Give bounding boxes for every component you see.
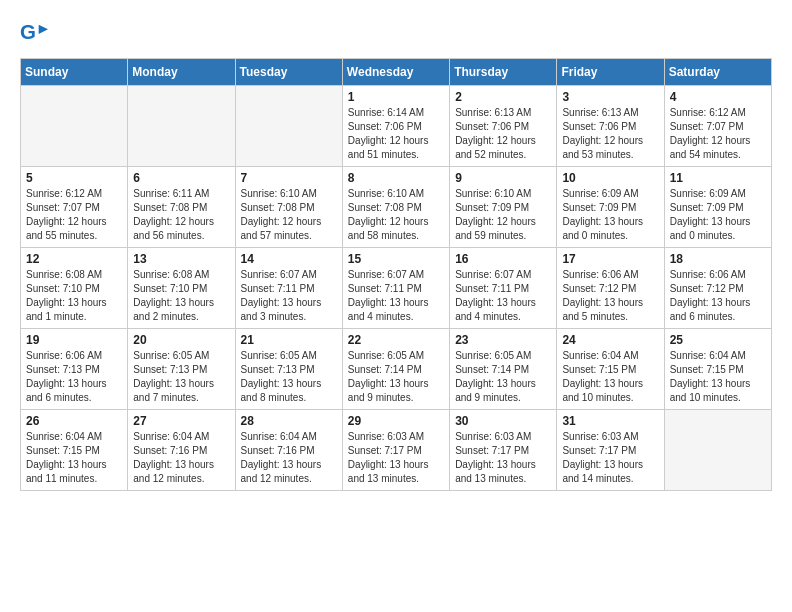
- calendar-cell: 23Sunrise: 6:05 AM Sunset: 7:14 PM Dayli…: [450, 329, 557, 410]
- day-info: Sunrise: 6:14 AM Sunset: 7:06 PM Dayligh…: [348, 106, 444, 162]
- day-info: Sunrise: 6:03 AM Sunset: 7:17 PM Dayligh…: [455, 430, 551, 486]
- day-number: 18: [670, 252, 766, 266]
- calendar-cell: 20Sunrise: 6:05 AM Sunset: 7:13 PM Dayli…: [128, 329, 235, 410]
- col-header-monday: Monday: [128, 59, 235, 86]
- day-info: Sunrise: 6:04 AM Sunset: 7:16 PM Dayligh…: [133, 430, 229, 486]
- day-number: 17: [562, 252, 658, 266]
- calendar-cell: [235, 86, 342, 167]
- day-info: Sunrise: 6:12 AM Sunset: 7:07 PM Dayligh…: [26, 187, 122, 243]
- calendar-cell: 8Sunrise: 6:10 AM Sunset: 7:08 PM Daylig…: [342, 167, 449, 248]
- calendar-cell: 24Sunrise: 6:04 AM Sunset: 7:15 PM Dayli…: [557, 329, 664, 410]
- calendar-cell: 3Sunrise: 6:13 AM Sunset: 7:06 PM Daylig…: [557, 86, 664, 167]
- calendar-cell: 26Sunrise: 6:04 AM Sunset: 7:15 PM Dayli…: [21, 410, 128, 491]
- calendar-cell: 1Sunrise: 6:14 AM Sunset: 7:06 PM Daylig…: [342, 86, 449, 167]
- day-info: Sunrise: 6:10 AM Sunset: 7:09 PM Dayligh…: [455, 187, 551, 243]
- day-info: Sunrise: 6:09 AM Sunset: 7:09 PM Dayligh…: [670, 187, 766, 243]
- day-number: 20: [133, 333, 229, 347]
- calendar-cell: 11Sunrise: 6:09 AM Sunset: 7:09 PM Dayli…: [664, 167, 771, 248]
- col-header-wednesday: Wednesday: [342, 59, 449, 86]
- week-row-2: 5Sunrise: 6:12 AM Sunset: 7:07 PM Daylig…: [21, 167, 772, 248]
- day-info: Sunrise: 6:03 AM Sunset: 7:17 PM Dayligh…: [562, 430, 658, 486]
- week-row-1: 1Sunrise: 6:14 AM Sunset: 7:06 PM Daylig…: [21, 86, 772, 167]
- logo-icon: G: [20, 20, 48, 48]
- calendar-cell: 16Sunrise: 6:07 AM Sunset: 7:11 PM Dayli…: [450, 248, 557, 329]
- day-info: Sunrise: 6:04 AM Sunset: 7:16 PM Dayligh…: [241, 430, 337, 486]
- day-info: Sunrise: 6:04 AM Sunset: 7:15 PM Dayligh…: [26, 430, 122, 486]
- page-header: G: [20, 20, 772, 48]
- week-row-3: 12Sunrise: 6:08 AM Sunset: 7:10 PM Dayli…: [21, 248, 772, 329]
- day-number: 16: [455, 252, 551, 266]
- day-number: 25: [670, 333, 766, 347]
- day-info: Sunrise: 6:05 AM Sunset: 7:13 PM Dayligh…: [133, 349, 229, 405]
- day-number: 8: [348, 171, 444, 185]
- calendar-cell: 29Sunrise: 6:03 AM Sunset: 7:17 PM Dayli…: [342, 410, 449, 491]
- day-number: 21: [241, 333, 337, 347]
- col-header-friday: Friday: [557, 59, 664, 86]
- calendar-cell: 22Sunrise: 6:05 AM Sunset: 7:14 PM Dayli…: [342, 329, 449, 410]
- calendar-table: SundayMondayTuesdayWednesdayThursdayFrid…: [20, 58, 772, 491]
- week-row-4: 19Sunrise: 6:06 AM Sunset: 7:13 PM Dayli…: [21, 329, 772, 410]
- day-info: Sunrise: 6:10 AM Sunset: 7:08 PM Dayligh…: [241, 187, 337, 243]
- calendar-cell: 13Sunrise: 6:08 AM Sunset: 7:10 PM Dayli…: [128, 248, 235, 329]
- calendar-cell: [664, 410, 771, 491]
- calendar-cell: 7Sunrise: 6:10 AM Sunset: 7:08 PM Daylig…: [235, 167, 342, 248]
- day-number: 28: [241, 414, 337, 428]
- calendar-cell: 17Sunrise: 6:06 AM Sunset: 7:12 PM Dayli…: [557, 248, 664, 329]
- day-number: 7: [241, 171, 337, 185]
- day-info: Sunrise: 6:08 AM Sunset: 7:10 PM Dayligh…: [26, 268, 122, 324]
- calendar-cell: 2Sunrise: 6:13 AM Sunset: 7:06 PM Daylig…: [450, 86, 557, 167]
- calendar-cell: 6Sunrise: 6:11 AM Sunset: 7:08 PM Daylig…: [128, 167, 235, 248]
- day-number: 15: [348, 252, 444, 266]
- calendar-cell: 27Sunrise: 6:04 AM Sunset: 7:16 PM Dayli…: [128, 410, 235, 491]
- day-number: 2: [455, 90, 551, 104]
- calendar-cell: 12Sunrise: 6:08 AM Sunset: 7:10 PM Dayli…: [21, 248, 128, 329]
- calendar-cell: [128, 86, 235, 167]
- day-info: Sunrise: 6:13 AM Sunset: 7:06 PM Dayligh…: [455, 106, 551, 162]
- day-number: 23: [455, 333, 551, 347]
- day-info: Sunrise: 6:04 AM Sunset: 7:15 PM Dayligh…: [562, 349, 658, 405]
- calendar-cell: [21, 86, 128, 167]
- day-info: Sunrise: 6:07 AM Sunset: 7:11 PM Dayligh…: [241, 268, 337, 324]
- day-number: 27: [133, 414, 229, 428]
- week-row-5: 26Sunrise: 6:04 AM Sunset: 7:15 PM Dayli…: [21, 410, 772, 491]
- day-number: 1: [348, 90, 444, 104]
- calendar-cell: 18Sunrise: 6:06 AM Sunset: 7:12 PM Dayli…: [664, 248, 771, 329]
- day-number: 11: [670, 171, 766, 185]
- calendar-cell: 4Sunrise: 6:12 AM Sunset: 7:07 PM Daylig…: [664, 86, 771, 167]
- day-number: 12: [26, 252, 122, 266]
- day-number: 19: [26, 333, 122, 347]
- calendar-cell: 31Sunrise: 6:03 AM Sunset: 7:17 PM Dayli…: [557, 410, 664, 491]
- calendar-cell: 15Sunrise: 6:07 AM Sunset: 7:11 PM Dayli…: [342, 248, 449, 329]
- day-number: 29: [348, 414, 444, 428]
- day-info: Sunrise: 6:09 AM Sunset: 7:09 PM Dayligh…: [562, 187, 658, 243]
- day-number: 13: [133, 252, 229, 266]
- logo: G: [20, 20, 52, 48]
- day-info: Sunrise: 6:05 AM Sunset: 7:13 PM Dayligh…: [241, 349, 337, 405]
- day-number: 24: [562, 333, 658, 347]
- day-info: Sunrise: 6:05 AM Sunset: 7:14 PM Dayligh…: [348, 349, 444, 405]
- svg-text:G: G: [20, 20, 36, 43]
- day-number: 6: [133, 171, 229, 185]
- calendar-cell: 25Sunrise: 6:04 AM Sunset: 7:15 PM Dayli…: [664, 329, 771, 410]
- day-info: Sunrise: 6:13 AM Sunset: 7:06 PM Dayligh…: [562, 106, 658, 162]
- calendar-cell: 5Sunrise: 6:12 AM Sunset: 7:07 PM Daylig…: [21, 167, 128, 248]
- day-info: Sunrise: 6:04 AM Sunset: 7:15 PM Dayligh…: [670, 349, 766, 405]
- day-info: Sunrise: 6:05 AM Sunset: 7:14 PM Dayligh…: [455, 349, 551, 405]
- day-info: Sunrise: 6:10 AM Sunset: 7:08 PM Dayligh…: [348, 187, 444, 243]
- day-number: 22: [348, 333, 444, 347]
- day-info: Sunrise: 6:08 AM Sunset: 7:10 PM Dayligh…: [133, 268, 229, 324]
- day-number: 9: [455, 171, 551, 185]
- day-number: 4: [670, 90, 766, 104]
- day-info: Sunrise: 6:06 AM Sunset: 7:12 PM Dayligh…: [562, 268, 658, 324]
- day-number: 5: [26, 171, 122, 185]
- calendar-cell: 14Sunrise: 6:07 AM Sunset: 7:11 PM Dayli…: [235, 248, 342, 329]
- day-info: Sunrise: 6:07 AM Sunset: 7:11 PM Dayligh…: [455, 268, 551, 324]
- col-header-thursday: Thursday: [450, 59, 557, 86]
- calendar-cell: 30Sunrise: 6:03 AM Sunset: 7:17 PM Dayli…: [450, 410, 557, 491]
- calendar-cell: 10Sunrise: 6:09 AM Sunset: 7:09 PM Dayli…: [557, 167, 664, 248]
- col-header-tuesday: Tuesday: [235, 59, 342, 86]
- calendar-cell: 21Sunrise: 6:05 AM Sunset: 7:13 PM Dayli…: [235, 329, 342, 410]
- day-number: 14: [241, 252, 337, 266]
- day-info: Sunrise: 6:06 AM Sunset: 7:12 PM Dayligh…: [670, 268, 766, 324]
- day-info: Sunrise: 6:07 AM Sunset: 7:11 PM Dayligh…: [348, 268, 444, 324]
